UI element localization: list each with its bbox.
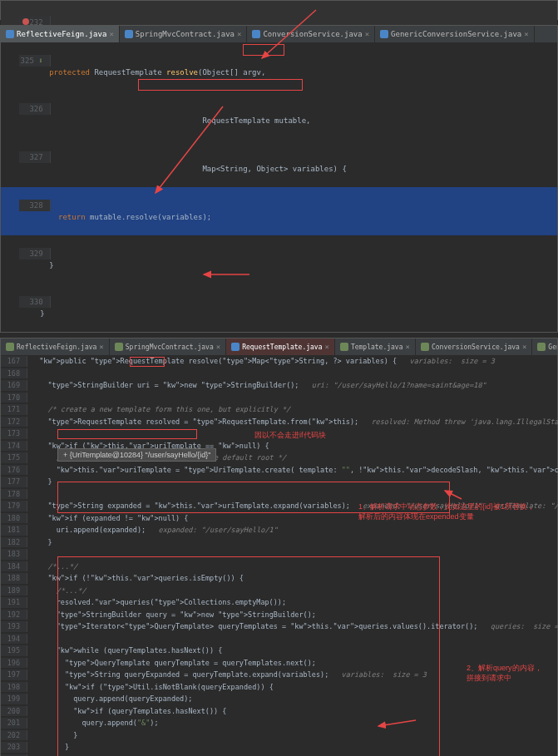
java-file-icon [421, 343, 429, 351]
code-line[interactable]: 170 [1, 392, 557, 404]
code-line[interactable]: 180 "kw">if (expanded != "kw">null) { [1, 512, 557, 525]
tab-label: ReflectiveFeign.java [17, 30, 106, 38]
close-icon[interactable]: × [524, 30, 528, 38]
code-text: } [19, 308, 45, 319]
java-file-icon [252, 30, 260, 38]
line-number: 167 [7, 357, 20, 365]
line-number: 168 [7, 369, 20, 378]
line-number: 195 [7, 646, 20, 655]
code-line[interactable]: 172 "type">RequestTemplate resolved = "t… [1, 416, 557, 428]
line-number: 180 [7, 514, 20, 522]
code-line[interactable]: 183 [1, 548, 557, 561]
close-icon[interactable]: × [324, 343, 328, 351]
code-line[interactable]: 202 } [1, 729, 557, 742]
code-text: } [27, 537, 52, 548]
code-line[interactable]: 204 } [1, 754, 557, 757]
code-text: "type">StringBuilder [27, 610, 141, 620]
editor-tab[interactable]: ReflectiveFeign.java× [1, 338, 110, 355]
line-number: 198 [7, 683, 20, 691]
code-text: "kw">public [27, 356, 86, 367]
code-line[interactable]: 192 "type">StringBuilder query = "kw">ne… [1, 609, 557, 621]
override-icon[interactable]: ⬇ [38, 57, 42, 65]
line-number: 200 [7, 707, 20, 715]
code-line[interactable]: 200 "kw">if (queryTemplates.hasNext()) { [1, 705, 557, 718]
line-number: 330 [29, 298, 42, 306]
line-number: 173 [7, 429, 20, 437]
code-line[interactable]: 201 query.append("&"); [1, 717, 557, 729]
code-text: "kw">if [27, 706, 103, 717]
code-line[interactable]: 181 uri.append(expanded); expanded: "/us… [1, 524, 557, 536]
code-text: "kw">if [27, 573, 77, 584]
code-line[interactable]: 176 "kw">this."var">uriTemplate = "type"… [1, 464, 557, 477]
close-icon[interactable]: × [406, 343, 410, 351]
editor-tab[interactable]: ConversionService.java× [247, 26, 375, 42]
editor-tab[interactable]: ReflectiveFeign.java× [1, 26, 120, 42]
code-line[interactable]: 330 } [1, 284, 557, 332]
code-text: "kw">if [27, 513, 77, 524]
code-text: uri.append(expanded); expanded: "/user/s… [27, 525, 278, 536]
code-line[interactable]: 178 [1, 488, 557, 501]
code-line[interactable]: 171 /* create a new template form this o… [1, 403, 557, 416]
code-line[interactable]: 326 RequestTemplate mutable, [1, 91, 557, 139]
code-text: } [19, 259, 54, 271]
code-line[interactable]: 189 /*...*/ [1, 585, 557, 597]
line-number: 178 [7, 490, 20, 498]
line-number: 199 [7, 694, 20, 703]
code-line[interactable]: 327 Map<String, Object> variables) { [1, 139, 557, 187]
line-number: 327 [29, 153, 42, 161]
code-text: } [27, 742, 69, 753]
close-icon[interactable]: × [365, 30, 369, 38]
code-line[interactable]: 169 "type">StringBuilder uri = "kw">new … [1, 379, 557, 392]
code-text: } [27, 730, 77, 741]
tab-label: GenericConversionService.java [548, 343, 557, 351]
code-line[interactable]: 203 } [1, 741, 557, 754]
code-line[interactable]: 329 } [1, 235, 557, 284]
close-icon[interactable]: × [99, 343, 103, 351]
code-line[interactable]: 191 resolved."var">queries("type">Collec… [1, 596, 557, 609]
close-icon[interactable]: × [216, 343, 220, 351]
code-line[interactable]: 168 [1, 368, 557, 380]
code-line[interactable]: 177 } [1, 476, 557, 488]
code-line[interactable]: 182 } [1, 536, 557, 549]
java-file-icon [537, 343, 546, 351]
tab-label: GenericConversionService.java [391, 30, 521, 38]
close-icon[interactable]: × [522, 343, 526, 351]
editor-tab[interactable]: GenericConversionService.java× [532, 338, 557, 355]
line-number: 325 [21, 57, 34, 65]
close-icon[interactable]: × [237, 30, 241, 38]
editor-tab[interactable]: Template.java× [335, 338, 416, 355]
editor-tab[interactable]: SpringMvcContract.java× [120, 26, 248, 42]
annotation-text: 因以不会走进if代码块 [254, 430, 326, 441]
code-text: "type">QueryTemplate [27, 658, 150, 669]
code-line[interactable]: 194 [1, 633, 557, 645]
code-line[interactable]: 193 "type">Iterator<"type">QueryTemplate… [1, 620, 557, 633]
line-number: 171 [7, 405, 20, 413]
editor-tab[interactable]: RequestTemplate.java× [226, 338, 335, 355]
code-text: "type">RequestTemplate [27, 417, 141, 427]
tab-label: ReflectiveFeign.java [17, 343, 96, 351]
tab-label: SpringMvcContract.java [126, 343, 214, 351]
line-number: 191 [7, 598, 20, 606]
code-line[interactable]: 188 "kw">if (!"kw">this."var">queries.is… [1, 572, 557, 585]
line-number: 189 [7, 586, 20, 595]
tab-label: ConversionService.java [432, 343, 520, 351]
code-text: Map<String, Object> variables) { [19, 163, 347, 175]
code-text: "kw">if [27, 682, 95, 693]
tab-label: RequestTemplate.java [242, 343, 322, 351]
code-line[interactable]: 328 return mutable.resolve(variables); [1, 187, 557, 235]
editor-tab[interactable]: GenericConversionService.java× [375, 26, 535, 42]
code-line[interactable]: 325 ⬇ protected RequestTemplate resolve(… [1, 42, 557, 91]
code-text: /*...*/ [27, 561, 77, 572]
code-line[interactable]: 167 "kw">public "type">RequestTemplate r… [1, 355, 557, 368]
code-line[interactable]: 199 query.append(queryExpanded); [1, 693, 557, 705]
close-icon[interactable]: × [109, 30, 113, 38]
code-text: query.append("&"); [27, 718, 159, 729]
code-line[interactable]: 184 /*...*/ [1, 561, 557, 573]
editor-tab[interactable]: ConversionService.java× [416, 338, 532, 355]
java-file-icon [231, 343, 239, 351]
editor-tab[interactable]: SpringMvcContract.java× [110, 338, 226, 355]
line-number: 193 [7, 622, 20, 630]
tab-bar: ReflectiveFeign.java×SpringMvcContract.j… [1, 26, 557, 42]
line-number: 202 [7, 731, 20, 739]
code-line[interactable]: 195 "kw">while (queryTemplates.hasNext()… [1, 645, 557, 657]
